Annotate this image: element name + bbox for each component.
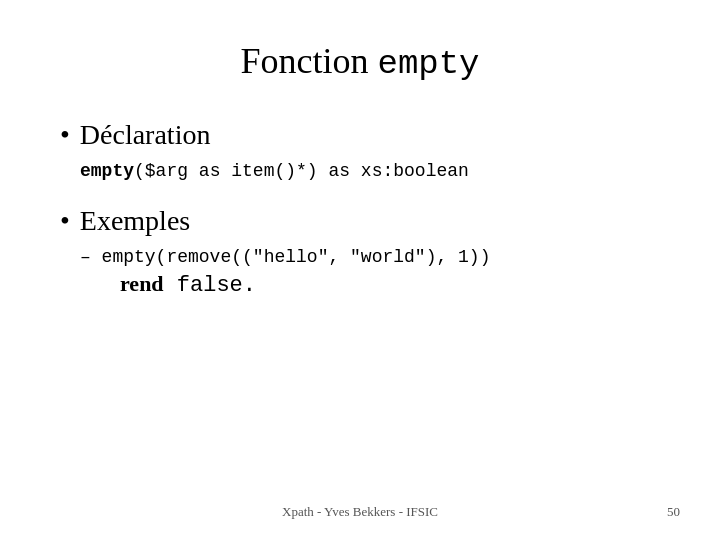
rend-line: rend false. — [120, 271, 660, 298]
footer-text: Xpath - Yves Bekkers - IFSIC — [282, 504, 438, 520]
title-normal: Fonction — [240, 41, 368, 81]
declaration-code: empty($arg as item()*) as xs:boolean — [80, 161, 660, 181]
section-declaration: • Déclaration empty($arg as item()*) as … — [60, 119, 660, 181]
declaration-heading: • Déclaration — [60, 119, 660, 151]
section-exemples: • Exemples – empty(remove(("hello", "wor… — [60, 205, 660, 298]
bullet-dot-2: • — [60, 205, 70, 237]
exemples-label: Exemples — [80, 205, 190, 237]
exemples-heading: • Exemples — [60, 205, 660, 237]
slide: Fonction empty • Déclaration empty($arg … — [0, 0, 720, 540]
slide-title: Fonction empty — [60, 40, 660, 83]
footer: Xpath - Yves Bekkers - IFSIC 50 — [0, 504, 720, 520]
rend-label: rend — [120, 271, 164, 296]
footer-page: 50 — [667, 504, 680, 520]
example-code: – empty(remove(("hello", "world"), 1)) — [80, 247, 660, 267]
bullet-dot-1: • — [60, 119, 70, 151]
code-rest: ($arg as item()*) as xs:boolean — [134, 161, 469, 181]
rend-value-text: false. — [177, 273, 256, 298]
title-mono: empty — [377, 45, 479, 83]
code-bold-empty: empty — [80, 161, 134, 181]
declaration-label: Déclaration — [80, 119, 211, 151]
